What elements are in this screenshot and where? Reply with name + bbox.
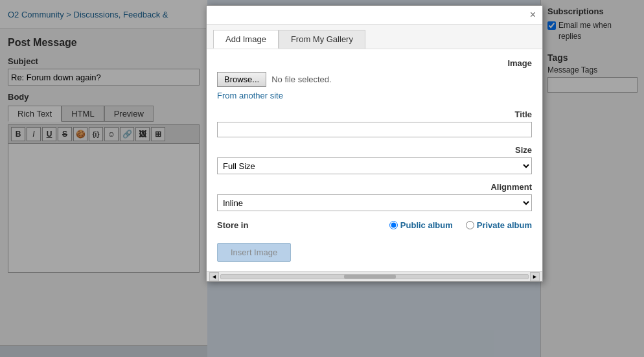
private-album-radio[interactable]	[466, 221, 474, 229]
modal-tabs: Add Image From My Gallery	[207, 25, 542, 49]
alignment-select[interactable]: Inline Left Right Center	[217, 194, 532, 211]
public-album-label[interactable]: Public album	[389, 220, 453, 230]
size-select[interactable]: Full Size Large Medium Small	[217, 157, 532, 174]
size-label: Size	[515, 145, 532, 155]
modal-scrollbar: ◄ ►	[207, 271, 542, 281]
modal-close-button[interactable]: ×	[530, 10, 536, 20]
align-select-row: Inline Left Right Center	[217, 194, 532, 211]
size-select-row: Full Size Large Medium Small	[217, 157, 532, 174]
size-label-row: Size	[217, 145, 532, 155]
browse-button[interactable]: Browse...	[217, 72, 266, 87]
title-input[interactable]	[217, 122, 532, 137]
modal-tab-from-gallery[interactable]: From My Gallery	[279, 30, 365, 49]
private-album-label[interactable]: Private album	[466, 220, 532, 230]
modal-dialog: × Add Image From My Gallery Image Browse…	[206, 5, 543, 282]
modal-header: ×	[207, 6, 542, 25]
scrollbar-thumb[interactable]	[344, 275, 396, 279]
from-another-site-link[interactable]: From another site	[217, 91, 532, 100]
scrollbar-right-arrow[interactable]: ►	[530, 272, 540, 281]
radio-group: Public album Private album	[389, 220, 532, 230]
scrollbar-left-arrow[interactable]: ◄	[209, 272, 219, 281]
title-label-row: Title	[217, 109, 532, 119]
alignment-label-row: Alignment	[217, 182, 532, 192]
scrollbar-track[interactable]	[220, 274, 529, 279]
insert-image-button[interactable]: Insert Image	[217, 243, 291, 262]
alignment-label: Alignment	[490, 182, 532, 192]
browse-row: Browse... No file selected.	[217, 72, 532, 87]
scrollbar-row: ◄ ►	[209, 272, 540, 281]
store-in-label: Store in	[217, 220, 248, 230]
modal-tab-add-image[interactable]: Add Image	[213, 30, 279, 49]
image-row: Image	[217, 58, 532, 68]
store-in-row: Store in Public album Private album	[217, 220, 532, 230]
image-label: Image	[507, 58, 532, 68]
modal-body: Image Browse... No file selected. From a…	[207, 49, 542, 271]
title-label: Title	[515, 109, 533, 119]
insert-button-row: Insert Image	[217, 243, 532, 262]
no-file-text: No file selected.	[271, 75, 332, 84]
public-album-radio[interactable]	[389, 221, 398, 229]
